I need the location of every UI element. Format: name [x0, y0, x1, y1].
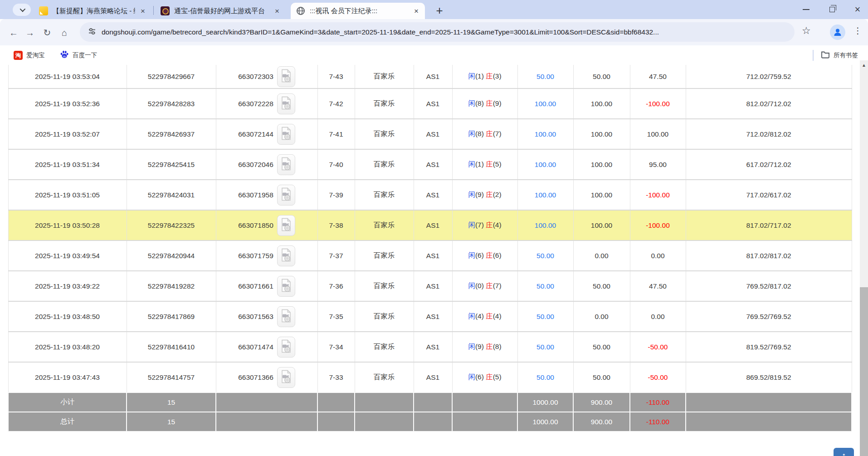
tab-tongbao[interactable]: 通宝-信誉最好的网上游戏平台 ×	[155, 3, 286, 19]
minimize-button[interactable]	[795, 0, 816, 19]
taobao-icon: 淘	[14, 51, 23, 60]
close-icon[interactable]: ×	[412, 6, 420, 16]
video-replay-button[interactable]	[277, 306, 295, 327]
table-number-cell: 7-38	[317, 210, 355, 240]
video-replay-button[interactable]	[277, 276, 295, 297]
summary-bet-cell: 1000.00	[517, 392, 573, 412]
result-cell: 闲(1) 庄(5)	[452, 149, 517, 180]
bet-amount-cell[interactable]: 50.00	[517, 240, 573, 271]
forward-button[interactable]: →	[23, 25, 37, 40]
result-cell: 闲(8) 庄(9)	[452, 88, 517, 119]
video-replay-button[interactable]	[277, 185, 295, 206]
game-round-id: 663071661	[238, 282, 273, 290]
video-replay-button[interactable]	[277, 66, 295, 87]
table-row[interactable]: 2025-11-19 03:49:22522978419282663071661…	[8, 271, 852, 301]
table-row[interactable]: 2025-11-19 03:47:43522978414757663071366…	[8, 362, 852, 392]
bet-amount-cell[interactable]: 50.00	[517, 332, 573, 362]
player-label: 闲	[468, 251, 475, 259]
valid-amount-cell: 50.00	[573, 271, 630, 301]
result-cell: 闲(4) 庄(4)	[452, 301, 517, 332]
balance-cell: 769.52/817.02	[686, 271, 852, 301]
balance-cell: 712.02/759.52	[686, 65, 852, 88]
bet-amount-cell[interactable]: 50.00	[517, 271, 573, 301]
game-round-cell: 663072144	[216, 119, 317, 149]
bet-amount-cell[interactable]: 100.00	[517, 88, 573, 119]
bet-amount-cell[interactable]: 50.00	[517, 301, 573, 332]
game-round-cell: 663071759	[216, 240, 317, 271]
close-icon: ×	[855, 5, 861, 15]
valid-amount-cell: 50.00	[573, 362, 630, 392]
film-document-icon	[281, 218, 292, 233]
reload-button[interactable]: ↻	[40, 25, 54, 40]
scrollbar-thumb[interactable]	[860, 287, 868, 456]
banker-label: 庄	[486, 99, 493, 107]
tab-forum[interactable]: 【新提醒】海燕策略论坛 - 综合 ×	[34, 3, 151, 19]
table-number-cell: 7-34	[317, 332, 355, 362]
scrollbar-track[interactable]: ▲	[860, 60, 868, 456]
game-type-cell: 百家乐	[355, 240, 414, 271]
balance-cell: 617.02/712.02	[686, 149, 852, 180]
valid-amount-cell: 100.00	[573, 149, 630, 180]
all-bookmarks-button[interactable]: 所有书签	[821, 49, 858, 61]
bet-amount-cell[interactable]: 100.00	[517, 210, 573, 240]
address-bar[interactable]: dongshouji.com/game/betrecord_search/kin…	[80, 22, 795, 42]
video-replay-button[interactable]	[277, 337, 295, 358]
back-button[interactable]: ←	[6, 25, 21, 40]
bet-amount-cell[interactable]: 50.00	[517, 362, 573, 392]
bet-amount-cell[interactable]: 50.00	[517, 65, 573, 88]
back-to-top-button[interactable]: ↑	[834, 448, 854, 456]
bookmark-baidu[interactable]: du 百度一下	[60, 49, 97, 61]
table-row[interactable]: 2025-11-19 03:51:05522978424031663071958…	[8, 180, 852, 210]
bookmark-taobao[interactable]: 淘 爱淘宝	[14, 49, 45, 61]
browser-toolbar: ← → ↻ ⌂ dongshouji.com/game/betrecord_se…	[0, 19, 868, 45]
menu-dots-icon[interactable]: ⋮	[853, 25, 862, 36]
site-settings-icon[interactable]	[88, 27, 96, 37]
video-replay-button[interactable]	[277, 124, 295, 145]
table-row[interactable]: 2025-11-19 03:50:28522978422325663071850…	[8, 210, 852, 240]
account-cell: AS1	[414, 301, 452, 332]
home-button[interactable]: ⌂	[57, 25, 72, 40]
table-row[interactable]: 2025-11-19 03:52:36522978428283663072228…	[8, 88, 852, 119]
bet-id-cell: 522978424031	[127, 180, 216, 210]
video-replay-button[interactable]	[277, 93, 295, 114]
scroll-up-arrow-icon[interactable]: ▲	[860, 63, 868, 68]
table-number-cell: 7-36	[317, 271, 355, 301]
game-type-cell: 百家乐	[355, 149, 414, 180]
result-cell: 闲(8) 庄(7)	[452, 119, 517, 149]
profile-avatar[interactable]	[830, 25, 845, 40]
table-row[interactable]: 2025-11-19 03:49:54522978420944663071759…	[8, 240, 852, 271]
valid-amount-cell: 100.00	[573, 119, 630, 149]
time-cell: 2025-11-19 03:47:43	[8, 362, 127, 392]
close-icon[interactable]: ×	[273, 6, 281, 16]
table-row[interactable]: 2025-11-19 03:53:04522978429667663072303…	[8, 65, 852, 88]
game-round-id: 663071958	[238, 191, 273, 199]
time-cell: 2025-11-19 03:52:07	[8, 119, 127, 149]
video-replay-button[interactable]	[277, 154, 295, 175]
balance-cell: 819.52/769.52	[686, 332, 852, 362]
bet-amount-cell[interactable]: 100.00	[517, 149, 573, 180]
person-icon	[833, 27, 843, 37]
bet-amount-cell[interactable]: 100.00	[517, 180, 573, 210]
table-number-cell: 7-39	[317, 180, 355, 210]
close-icon[interactable]: ×	[139, 6, 147, 16]
video-replay-button[interactable]	[277, 245, 295, 266]
video-replay-button[interactable]	[277, 367, 295, 388]
tab-search-button[interactable]	[13, 4, 31, 16]
table-row[interactable]: 2025-11-19 03:52:07522978426937663072144…	[8, 119, 852, 149]
table-row[interactable]: 2025-11-19 03:48:50522978417869663071563…	[8, 301, 852, 332]
table-row[interactable]: 2025-11-19 03:48:20522978416410663071474…	[8, 332, 852, 362]
window-close-button[interactable]: ×	[847, 0, 868, 19]
new-tab-button[interactable]: +	[432, 3, 447, 18]
tab-bet-records-active[interactable]: :::视讯 会员下注纪录::: ×	[291, 3, 425, 19]
result-cell: 闲(0) 庄(7)	[452, 271, 517, 301]
film-document-icon	[281, 127, 292, 142]
bet-amount-cell[interactable]: 100.00	[517, 119, 573, 149]
bookmark-star-icon[interactable]: ☆	[802, 25, 811, 37]
win-loss-cell: 47.50	[630, 271, 686, 301]
table-row[interactable]: 2025-11-19 03:51:34522978425415663072046…	[8, 149, 852, 180]
valid-amount-cell: 50.00	[573, 65, 630, 88]
video-replay-button[interactable]	[277, 215, 295, 236]
table-number-cell: 7-42	[317, 88, 355, 119]
game-round-cell: 663072228	[216, 88, 317, 119]
restore-button[interactable]	[822, 0, 843, 19]
